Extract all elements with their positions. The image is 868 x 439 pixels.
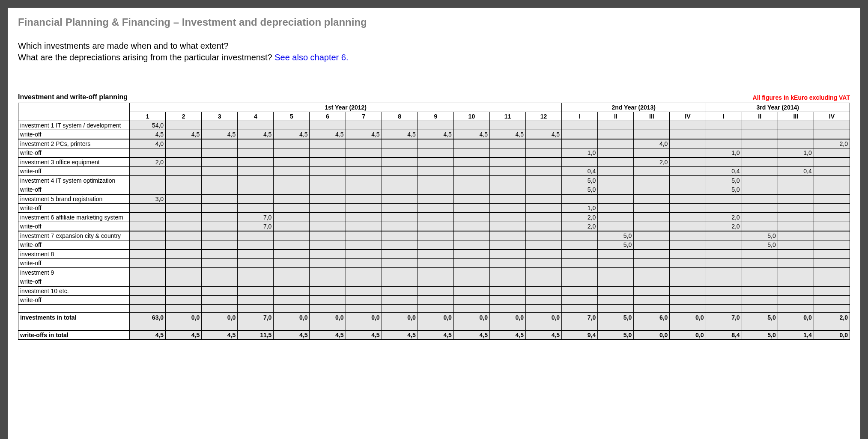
data-cell: 0,0 bbox=[346, 313, 382, 322]
page: Financial Planning & Financing – Investm… bbox=[8, 8, 860, 439]
chapter-link[interactable]: See also chapter 6. bbox=[274, 53, 348, 62]
data-cell bbox=[418, 139, 453, 148]
data-cell bbox=[418, 277, 453, 287]
data-cell bbox=[238, 231, 274, 240]
table-row: write-off bbox=[18, 296, 850, 305]
data-cell bbox=[489, 204, 525, 213]
data-cell bbox=[634, 148, 670, 158]
table-body: investment 1 IT system / development54,0… bbox=[18, 121, 850, 340]
data-cell bbox=[202, 240, 238, 250]
data-cell bbox=[166, 139, 202, 148]
data-cell bbox=[130, 268, 166, 277]
data-cell: 0,0 bbox=[526, 313, 562, 322]
data-cell bbox=[562, 296, 598, 305]
quarter-header: III bbox=[634, 112, 670, 121]
data-cell bbox=[382, 286, 418, 296]
blank-cell bbox=[526, 305, 562, 313]
row-label: investment 6 affiliate marketing system bbox=[18, 213, 130, 222]
data-cell: 4,5 bbox=[346, 330, 382, 340]
quarter-header: I bbox=[562, 112, 598, 121]
data-cell bbox=[489, 167, 525, 176]
data-cell: 0,0 bbox=[453, 313, 489, 322]
data-cell bbox=[598, 268, 634, 277]
table-row: write-off5,05,0 bbox=[18, 240, 850, 250]
table-row: investment 7 expansion city & country5,0… bbox=[18, 231, 850, 240]
data-cell bbox=[670, 277, 706, 287]
blank-cell bbox=[778, 322, 814, 331]
table-title: Investment and write-off planning bbox=[18, 93, 128, 101]
data-cell bbox=[526, 148, 562, 158]
row-label: investment 4 IT system optimization bbox=[18, 176, 130, 185]
data-cell bbox=[130, 240, 166, 250]
data-cell: 2,0 bbox=[562, 213, 598, 222]
data-cell bbox=[382, 148, 418, 158]
data-cell bbox=[526, 240, 562, 250]
data-cell bbox=[814, 222, 850, 231]
year2-header: 2nd Year (2013) bbox=[562, 103, 706, 112]
data-cell: 0,4 bbox=[562, 167, 598, 176]
data-cell bbox=[742, 213, 778, 222]
blank-cell bbox=[310, 322, 346, 331]
data-cell bbox=[418, 176, 453, 185]
data-cell: 5,0 bbox=[562, 176, 598, 185]
data-cell: 4,5 bbox=[238, 130, 274, 139]
data-cell: 0,0 bbox=[814, 330, 850, 340]
data-cell bbox=[418, 249, 453, 259]
data-cell bbox=[670, 204, 706, 213]
data-cell bbox=[453, 296, 489, 305]
data-cell bbox=[238, 286, 274, 296]
data-cell bbox=[166, 194, 202, 204]
data-cell bbox=[598, 167, 634, 176]
data-cell bbox=[526, 249, 562, 259]
data-cell bbox=[706, 249, 742, 259]
data-cell bbox=[202, 148, 238, 158]
data-cell bbox=[814, 296, 850, 305]
data-cell bbox=[489, 277, 525, 287]
data-cell bbox=[310, 185, 346, 195]
blank-cell bbox=[418, 322, 453, 331]
blank-cell bbox=[489, 305, 525, 313]
data-cell bbox=[598, 148, 634, 158]
data-cell bbox=[418, 185, 453, 195]
data-cell bbox=[778, 157, 814, 167]
data-cell bbox=[634, 185, 670, 195]
table-row: write-off5,05,0 bbox=[18, 185, 850, 195]
row-label: write-off bbox=[18, 240, 130, 250]
data-cell: 7,0 bbox=[238, 313, 274, 322]
data-cell bbox=[382, 167, 418, 176]
data-cell bbox=[238, 157, 274, 167]
data-cell bbox=[742, 259, 778, 268]
data-cell bbox=[634, 277, 670, 287]
data-cell: 11,5 bbox=[238, 330, 274, 340]
data-cell bbox=[453, 167, 489, 176]
data-cell bbox=[130, 249, 166, 259]
data-cell: 0,0 bbox=[489, 313, 525, 322]
quarter-header: II bbox=[742, 112, 778, 121]
data-cell bbox=[814, 213, 850, 222]
data-cell: 6,0 bbox=[634, 313, 670, 322]
data-cell bbox=[598, 139, 634, 148]
data-cell: 4,5 bbox=[310, 330, 346, 340]
data-cell bbox=[274, 148, 310, 158]
data-cell bbox=[670, 286, 706, 296]
data-cell bbox=[814, 231, 850, 240]
data-cell: 54,0 bbox=[130, 121, 166, 130]
blank-cell bbox=[814, 305, 850, 313]
data-cell bbox=[526, 231, 562, 240]
data-cell bbox=[526, 259, 562, 268]
data-cell bbox=[274, 176, 310, 185]
data-cell: 5,0 bbox=[598, 330, 634, 340]
quarter-header: II bbox=[598, 112, 634, 121]
data-cell bbox=[489, 176, 525, 185]
data-cell bbox=[814, 185, 850, 195]
blank-cell bbox=[202, 322, 238, 331]
data-cell bbox=[778, 268, 814, 277]
data-cell bbox=[634, 176, 670, 185]
data-cell bbox=[742, 139, 778, 148]
data-cell bbox=[346, 286, 382, 296]
month-header: 7 bbox=[346, 112, 382, 121]
data-cell bbox=[382, 185, 418, 195]
data-cell bbox=[453, 139, 489, 148]
quarter-header: IV bbox=[670, 112, 706, 121]
data-cell bbox=[310, 121, 346, 130]
